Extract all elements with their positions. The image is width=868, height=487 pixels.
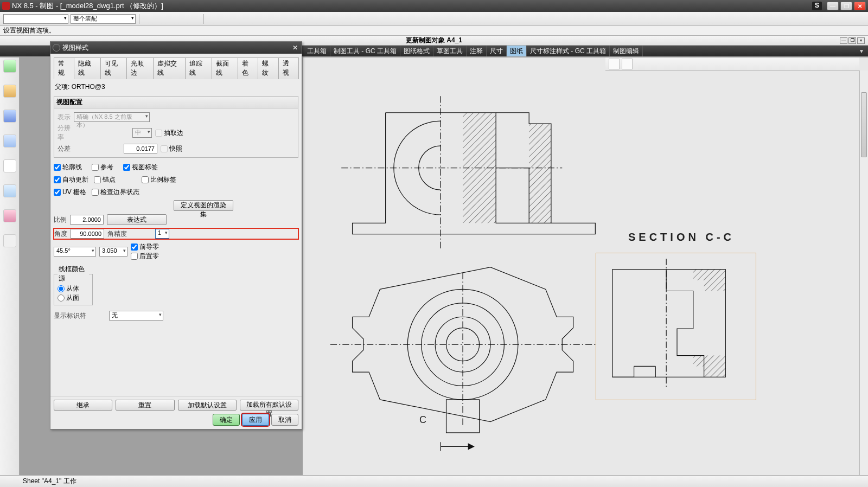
cancel-button[interactable]: 取消 <box>271 414 298 426</box>
doc-restore[interactable]: ❐ <box>848 37 856 44</box>
sidebar-icon-2[interactable] <box>3 85 16 98</box>
leadzero-check[interactable]: 前导零 <box>131 242 159 252</box>
ribbon-tab[interactable]: 尺寸 <box>487 46 507 56</box>
svg-marker-13 <box>468 444 474 449</box>
ribbon-tab[interactable]: 图纸格式 <box>400 46 433 56</box>
snapshot-check[interactable]: 快照 <box>161 144 182 153</box>
tb-icon[interactable] <box>167 14 176 24</box>
scalelabel-check[interactable]: 比例标签 <box>142 175 176 184</box>
angle-precision-select[interactable]: 1 <box>155 229 169 239</box>
tb-icon[interactable] <box>231 14 241 24</box>
dialog-tab[interactable]: 虚拟交线 <box>153 57 186 79</box>
combo-1[interactable] <box>3 14 68 24</box>
scale-input[interactable] <box>70 215 104 225</box>
ribbon-tab[interactable]: 草图工具 <box>433 46 467 56</box>
load-default-button[interactable]: 加载默认设置 <box>178 400 237 411</box>
tolerance-label: 公差 <box>58 144 72 153</box>
maximize-button[interactable]: ❐ <box>840 2 852 10</box>
ribbon-tab[interactable]: 工具箱 <box>304 46 330 56</box>
marker-select[interactable]: 无 <box>109 311 163 321</box>
angle-input[interactable] <box>71 229 104 239</box>
dialog-tab[interactable]: 着色 <box>238 57 258 79</box>
apply-button[interactable]: 应用 <box>242 414 269 426</box>
sidebar-icon-1[interactable] <box>3 60 16 73</box>
doc-close[interactable]: × <box>857 37 865 44</box>
reference-check[interactable]: 参考 <box>92 163 113 172</box>
frame-color-group: 线框颜色源 从体 从面 <box>54 265 93 305</box>
sidebar-icon-8[interactable] <box>3 234 16 247</box>
tb-icon[interactable] <box>267 14 277 24</box>
resolution-select[interactable]: 中 <box>132 128 152 138</box>
tb-icon[interactable] <box>143 14 152 24</box>
dialog-tab-general[interactable]: 常规 <box>54 57 74 79</box>
dialog-tab[interactable]: 可见线 <box>100 57 127 79</box>
group-title: 视图配置 <box>54 97 298 108</box>
dialog-footer: 继承 重置 加载默认设置 加载所有默认设置 确定 应用 取消 <box>50 396 302 429</box>
fromface-radio[interactable]: 从面 <box>58 293 89 303</box>
sidebar-icon-7[interactable] <box>3 209 16 222</box>
tb-icon[interactable] <box>219 14 229 24</box>
tb-icon[interactable] <box>207 14 217 24</box>
ribbon-tab-active[interactable]: 图纸 <box>507 46 527 56</box>
dialog-tab[interactable]: 隐藏线 <box>74 57 100 79</box>
dialog-close-icon[interactable]: ✕ <box>291 44 299 52</box>
tb-icon[interactable] <box>279 14 289 24</box>
svg-rect-2 <box>529 124 551 223</box>
ribbon-tab[interactable]: 制图工具 - GC 工具箱 <box>330 46 400 56</box>
sidebar-icon-5[interactable] <box>3 159 16 172</box>
display-select[interactable]: 精确（NX 8.5 之前版本） <box>74 112 150 122</box>
close-button[interactable]: ✕ <box>854 2 866 10</box>
tb-icon[interactable] <box>255 14 265 24</box>
inherit-button[interactable]: 继承 <box>54 400 112 411</box>
ribbon-tab[interactable]: 制图编辑 <box>610 46 643 56</box>
tb-icon[interactable] <box>155 14 164 24</box>
viewlabel-check[interactable]: 视图标签 <box>123 163 158 172</box>
scale-label: 比例 <box>54 215 67 225</box>
tb-icon[interactable] <box>243 14 253 24</box>
toolbar-1: 整个装配 <box>0 12 868 26</box>
load-all-default-button[interactable]: 加载所有默认设置 <box>240 400 298 411</box>
hint-text: 设置视图首选项。 <box>3 26 55 35</box>
ok-button[interactable]: 确定 <box>213 414 240 426</box>
define-renderset-button[interactable]: 定义视图的渲染集 <box>174 200 233 211</box>
tb-icon[interactable] <box>303 14 312 24</box>
ribbon-overflow[interactable]: ▾ <box>855 46 868 56</box>
drawing-canvas[interactable]: SECTION C-C C <box>303 57 868 475</box>
sidebar-icon-6[interactable] <box>3 184 16 197</box>
dialog-tab[interactable]: 光顺边 <box>126 57 153 79</box>
anchor-check[interactable]: 锚点 <box>94 175 116 184</box>
tolerance-input[interactable] <box>124 144 157 153</box>
ribbon-tab[interactable]: 尺寸标注样式 - GC 工具箱 <box>527 46 610 56</box>
minimize-button[interactable]: — <box>827 2 839 10</box>
status-bar: Sheet "A4_1" 工作 <box>0 475 868 487</box>
reset-button[interactable]: 重置 <box>116 400 174 411</box>
dialog-tab[interactable]: 截面线 <box>212 57 238 79</box>
frombody-radio[interactable]: 从体 <box>58 284 89 293</box>
dialog-titlebar[interactable]: 视图样式 ✕ <box>50 42 302 54</box>
angle-format-2[interactable]: 3.050 <box>99 247 127 257</box>
angle-format-1[interactable]: 45.5° <box>54 247 96 257</box>
frame-color-legend: 线框颜色源 <box>58 265 89 283</box>
checkboundary-check[interactable]: 检查边界状态 <box>92 188 139 197</box>
sidebar-icon-3[interactable] <box>3 110 16 123</box>
dialog-tab[interactable]: 透视 <box>278 57 299 79</box>
tb-icon[interactable] <box>178 14 188 24</box>
autoupdate-check[interactable]: 自动更新 <box>54 175 88 184</box>
dialog-tab[interactable]: 螺纹 <box>258 57 278 79</box>
tb-icon[interactable] <box>190 14 200 24</box>
contour-check[interactable]: 轮廓线 <box>54 163 82 172</box>
gear-icon <box>53 44 60 52</box>
c-label: C <box>419 414 426 426</box>
extract-edge-check[interactable]: 抽取边 <box>155 129 183 138</box>
sidebar-icon-4[interactable] <box>3 134 16 148</box>
trailzero-check[interactable]: 后置零 <box>131 252 159 261</box>
ribbon-tab[interactable]: 注释 <box>467 46 487 56</box>
doc-minimize[interactable]: — <box>840 37 847 44</box>
display-label: 表示 <box>58 113 71 122</box>
expression-button[interactable]: 表达式 <box>107 214 167 225</box>
marker-label: 显示标识符 <box>54 311 86 321</box>
tb-icon[interactable] <box>291 14 301 24</box>
uvgrid-check[interactable]: UV 栅格 <box>54 188 86 197</box>
assembly-combo[interactable]: 整个装配 <box>71 14 136 24</box>
dialog-tab[interactable]: 追踪线 <box>185 57 212 79</box>
